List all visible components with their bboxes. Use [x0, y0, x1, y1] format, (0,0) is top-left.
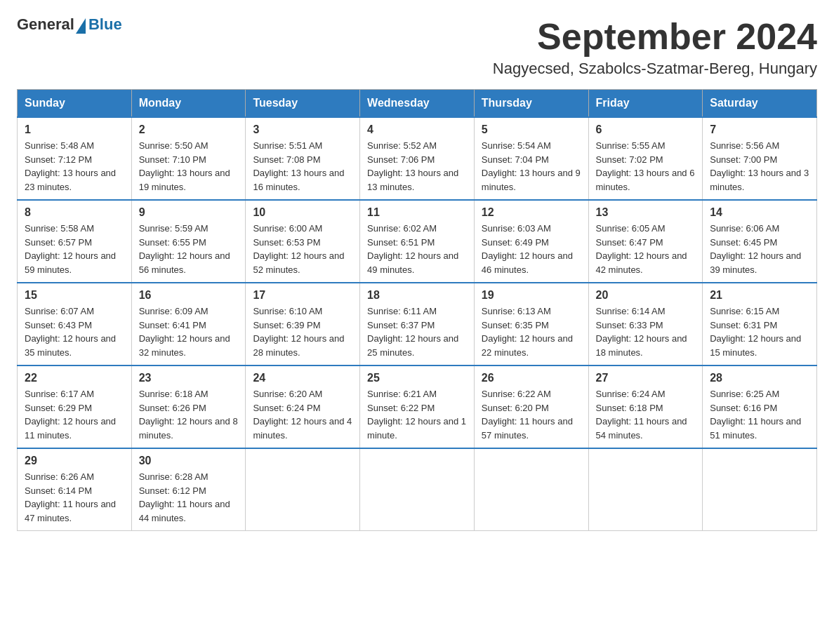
- calendar-cell: 27 Sunrise: 6:24 AM Sunset: 6:18 PM Dayl…: [588, 365, 703, 448]
- sunset-label: Sunset: 6:35 PM: [482, 320, 549, 330]
- weekday-row: SundayMondayTuesdayWednesdayThursdayFrid…: [18, 90, 817, 118]
- daylight-label: Daylight: 11 hours and 54 minutes.: [596, 416, 687, 441]
- daylight-label: Daylight: 12 hours and 8 minutes.: [139, 416, 238, 441]
- sunrise-label: Sunrise: 5:58 AM: [25, 223, 94, 234]
- sunrise-label: Sunrise: 6:10 AM: [253, 306, 322, 316]
- day-info: Sunrise: 6:22 AM Sunset: 6:20 PM Dayligh…: [482, 387, 581, 442]
- day-info: Sunrise: 6:06 AM Sunset: 6:45 PM Dayligh…: [710, 222, 809, 276]
- sunrise-label: Sunrise: 6:09 AM: [139, 306, 208, 316]
- sunset-label: Sunset: 6:49 PM: [482, 237, 549, 248]
- sunset-label: Sunset: 7:00 PM: [710, 154, 777, 165]
- calendar-cell: 24 Sunrise: 6:20 AM Sunset: 6:24 PM Dayl…: [246, 365, 360, 448]
- daylight-label: Daylight: 12 hours and 4 minutes.: [253, 416, 352, 441]
- day-number: 18: [367, 289, 467, 302]
- calendar-week-row: 22 Sunrise: 6:17 AM Sunset: 6:29 PM Dayl…: [18, 365, 817, 448]
- calendar-cell: [360, 448, 475, 531]
- weekday-header-tuesday: Tuesday: [246, 90, 360, 118]
- calendar-cell: 10 Sunrise: 6:00 AM Sunset: 6:53 PM Dayl…: [246, 200, 360, 283]
- sunrise-label: Sunrise: 6:05 AM: [596, 223, 666, 234]
- day-number: 28: [710, 372, 809, 384]
- sunrise-label: Sunrise: 6:06 AM: [710, 223, 779, 234]
- sunset-label: Sunset: 6:24 PM: [253, 403, 320, 413]
- weekday-header-saturday: Saturday: [703, 90, 817, 118]
- daylight-label: Daylight: 12 hours and 15 minutes.: [710, 333, 801, 358]
- sunrise-label: Sunrise: 6:03 AM: [482, 223, 551, 234]
- calendar-cell: 16 Sunrise: 6:09 AM Sunset: 6:41 PM Dayl…: [131, 283, 246, 365]
- daylight-label: Daylight: 11 hours and 44 minutes.: [139, 499, 230, 523]
- sunset-label: Sunset: 6:41 PM: [139, 320, 206, 330]
- day-number: 3: [253, 123, 352, 136]
- day-number: 8: [25, 206, 124, 219]
- calendar-cell: 29 Sunrise: 6:26 AM Sunset: 6:14 PM Dayl…: [18, 448, 132, 531]
- calendar-cell: [474, 448, 588, 531]
- day-info: Sunrise: 6:03 AM Sunset: 6:49 PM Dayligh…: [482, 222, 581, 276]
- calendar-cell: [703, 448, 817, 531]
- calendar-cell: 30 Sunrise: 6:28 AM Sunset: 6:12 PM Dayl…: [131, 448, 246, 531]
- day-info: Sunrise: 6:15 AM Sunset: 6:31 PM Dayligh…: [710, 304, 809, 359]
- daylight-label: Daylight: 12 hours and 11 minutes.: [25, 416, 116, 441]
- day-info: Sunrise: 5:54 AM Sunset: 7:04 PM Dayligh…: [482, 139, 581, 194]
- day-info: Sunrise: 6:10 AM Sunset: 6:39 PM Dayligh…: [253, 304, 352, 359]
- title-area: September 2024 Nagyecsed, Szabolcs-Szatm…: [493, 17, 817, 78]
- weekday-header-friday: Friday: [588, 90, 703, 118]
- sunset-label: Sunset: 6:20 PM: [482, 403, 549, 413]
- sunrise-label: Sunrise: 5:48 AM: [25, 140, 94, 151]
- weekday-header-thursday: Thursday: [474, 90, 588, 118]
- daylight-label: Daylight: 13 hours and 13 minutes.: [367, 168, 458, 192]
- day-info: Sunrise: 6:00 AM Sunset: 6:53 PM Dayligh…: [253, 222, 352, 276]
- calendar-cell: 2 Sunrise: 5:50 AM Sunset: 7:10 PM Dayli…: [131, 117, 246, 200]
- sunset-label: Sunset: 7:10 PM: [139, 154, 206, 165]
- sunset-label: Sunset: 7:12 PM: [25, 154, 92, 165]
- daylight-label: Daylight: 12 hours and 35 minutes.: [25, 333, 116, 358]
- sunrise-label: Sunrise: 6:15 AM: [710, 306, 779, 316]
- sunrise-label: Sunrise: 5:51 AM: [253, 140, 322, 151]
- sunrise-label: Sunrise: 6:26 AM: [25, 471, 94, 482]
- daylight-label: Daylight: 13 hours and 3 minutes.: [710, 168, 809, 192]
- sunrise-label: Sunrise: 6:17 AM: [25, 389, 94, 399]
- sunset-label: Sunset: 6:47 PM: [596, 237, 663, 248]
- day-info: Sunrise: 6:20 AM Sunset: 6:24 PM Dayligh…: [253, 387, 352, 442]
- sunset-label: Sunset: 7:06 PM: [367, 154, 435, 165]
- calendar-week-row: 8 Sunrise: 5:58 AM Sunset: 6:57 PM Dayli…: [18, 200, 817, 283]
- calendar-cell: 23 Sunrise: 6:18 AM Sunset: 6:26 PM Dayl…: [131, 365, 246, 448]
- day-number: 24: [253, 372, 352, 384]
- calendar-cell: 5 Sunrise: 5:54 AM Sunset: 7:04 PM Dayli…: [474, 117, 588, 200]
- sunset-label: Sunset: 6:18 PM: [596, 403, 663, 413]
- calendar-cell: 6 Sunrise: 5:55 AM Sunset: 7:02 PM Dayli…: [588, 117, 703, 200]
- sunset-label: Sunset: 6:53 PM: [253, 237, 320, 248]
- sunrise-label: Sunrise: 5:56 AM: [710, 140, 779, 151]
- calendar-header: SundayMondayTuesdayWednesdayThursdayFrid…: [18, 90, 817, 118]
- sunrise-label: Sunrise: 5:52 AM: [367, 140, 437, 151]
- day-number: 2: [139, 123, 239, 136]
- day-number: 19: [482, 289, 581, 302]
- calendar-cell: 12 Sunrise: 6:03 AM Sunset: 6:49 PM Dayl…: [474, 200, 588, 283]
- logo: General Blue: [17, 17, 122, 32]
- sunrise-label: Sunrise: 6:20 AM: [253, 389, 322, 399]
- day-number: 23: [139, 372, 239, 384]
- day-info: Sunrise: 6:09 AM Sunset: 6:41 PM Dayligh…: [139, 304, 239, 359]
- day-number: 15: [25, 289, 124, 302]
- day-number: 29: [25, 455, 124, 467]
- day-info: Sunrise: 5:48 AM Sunset: 7:12 PM Dayligh…: [25, 139, 124, 194]
- calendar-cell: 21 Sunrise: 6:15 AM Sunset: 6:31 PM Dayl…: [703, 283, 817, 365]
- day-number: 5: [482, 123, 581, 136]
- daylight-label: Daylight: 13 hours and 16 minutes.: [253, 168, 344, 192]
- daylight-label: Daylight: 12 hours and 39 minutes.: [710, 250, 801, 275]
- daylight-label: Daylight: 12 hours and 28 minutes.: [253, 333, 344, 358]
- calendar-cell: 20 Sunrise: 6:14 AM Sunset: 6:33 PM Dayl…: [588, 283, 703, 365]
- calendar-week-row: 1 Sunrise: 5:48 AM Sunset: 7:12 PM Dayli…: [18, 117, 817, 200]
- daylight-label: Daylight: 12 hours and 46 minutes.: [482, 250, 573, 275]
- day-info: Sunrise: 6:25 AM Sunset: 6:16 PM Dayligh…: [710, 387, 809, 442]
- sunrise-label: Sunrise: 6:21 AM: [367, 389, 437, 399]
- sunrise-label: Sunrise: 6:22 AM: [482, 389, 551, 399]
- day-number: 25: [367, 372, 467, 384]
- sunrise-label: Sunrise: 6:07 AM: [25, 306, 94, 316]
- sunset-label: Sunset: 6:43 PM: [25, 320, 92, 330]
- sunrise-label: Sunrise: 6:02 AM: [367, 223, 437, 234]
- day-number: 1: [25, 123, 124, 136]
- day-number: 7: [710, 123, 809, 136]
- daylight-label: Daylight: 12 hours and 59 minutes.: [25, 250, 116, 275]
- day-number: 6: [596, 123, 696, 136]
- day-number: 27: [596, 372, 696, 384]
- day-number: 22: [25, 372, 124, 384]
